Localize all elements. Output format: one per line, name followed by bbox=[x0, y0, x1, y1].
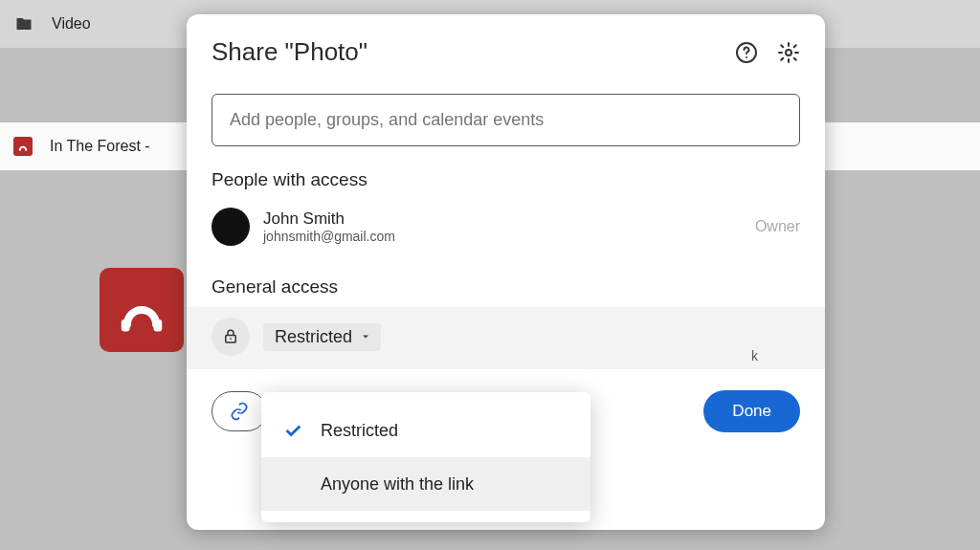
drive-list-label: Video bbox=[52, 15, 91, 33]
done-button[interactable]: Done bbox=[703, 390, 800, 432]
svg-rect-2 bbox=[122, 319, 130, 332]
copy-link-button[interactable] bbox=[212, 391, 267, 431]
person-row: John Smith johnsmith@gmail.com Owner bbox=[187, 200, 825, 253]
svg-rect-1 bbox=[25, 148, 27, 150]
menu-item-label: Anyone with the link bbox=[321, 474, 474, 495]
menu-item-anyone-link[interactable]: Anyone with the link bbox=[261, 457, 590, 511]
dropdown-selected-label: Restricted bbox=[275, 327, 352, 347]
audio-file-icon bbox=[13, 137, 33, 156]
dialog-title: Share "Photo" bbox=[212, 37, 368, 67]
check-icon bbox=[282, 420, 321, 441]
menu-item-restricted[interactable]: Restricted bbox=[261, 404, 590, 457]
svg-rect-0 bbox=[19, 148, 21, 150]
gear-icon[interactable] bbox=[777, 41, 800, 64]
link-icon bbox=[230, 402, 249, 421]
truncated-hint-text: k bbox=[751, 348, 758, 363]
dialog-header: Share "Photo" bbox=[187, 14, 825, 78]
svg-point-6 bbox=[786, 50, 791, 55]
chevron-down-icon bbox=[360, 331, 371, 342]
person-email: johnsmith@gmail.com bbox=[263, 229, 395, 244]
help-icon[interactable] bbox=[735, 41, 758, 64]
general-access-row: Restricted k bbox=[187, 307, 825, 369]
lock-icon bbox=[212, 318, 250, 356]
audio-file-large-icon bbox=[100, 268, 184, 352]
svg-point-5 bbox=[746, 56, 747, 58]
people-with-access-label: People with access bbox=[212, 169, 825, 190]
general-access-dropdown[interactable]: Restricted bbox=[263, 323, 381, 351]
drive-list-label: In The Forest - bbox=[50, 138, 150, 155]
access-dropdown-menu: Restricted Anyone with the link bbox=[261, 392, 590, 522]
svg-rect-8 bbox=[230, 339, 232, 341]
menu-item-label: Restricted bbox=[321, 421, 398, 441]
avatar bbox=[212, 208, 250, 246]
general-access-label: General access bbox=[212, 276, 825, 297]
svg-rect-3 bbox=[154, 319, 163, 332]
folder-icon bbox=[13, 15, 34, 33]
person-name: John Smith bbox=[263, 209, 395, 229]
person-role: Owner bbox=[755, 218, 800, 235]
add-people-input[interactable] bbox=[212, 94, 800, 146]
